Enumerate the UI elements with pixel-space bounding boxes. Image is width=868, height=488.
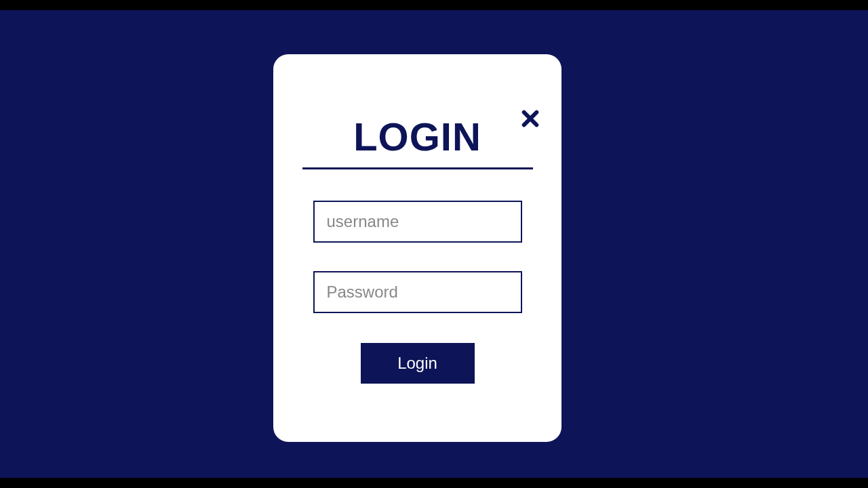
login-title: LOGIN <box>302 114 533 159</box>
login-button[interactable]: Login <box>361 343 475 384</box>
username-input[interactable] <box>313 201 522 243</box>
password-input[interactable] <box>313 271 522 313</box>
login-modal: LOGIN Login <box>273 54 561 442</box>
login-header: LOGIN <box>302 114 533 169</box>
close-icon <box>521 109 540 128</box>
close-button[interactable] <box>519 108 541 130</box>
login-form: Login <box>273 201 561 384</box>
